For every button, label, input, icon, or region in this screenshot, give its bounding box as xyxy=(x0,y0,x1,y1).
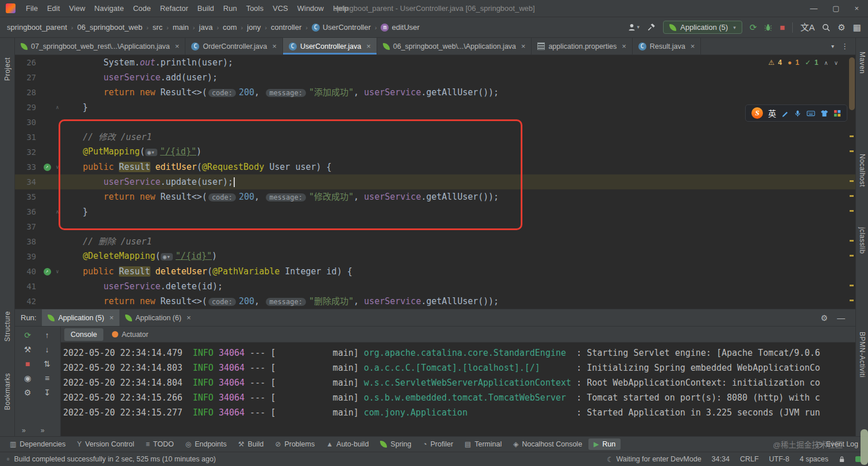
wrench-icon[interactable]: ⚒ xyxy=(24,345,32,354)
settings-gear-icon[interactable]: ⚙ xyxy=(24,389,32,397)
tool-button-structure[interactable]: Structure xyxy=(3,311,11,341)
debug-icon[interactable] xyxy=(764,24,772,32)
rerun-icon[interactable]: ⟳ xyxy=(24,331,31,339)
editor-tab-06-springboot-web-application-java[interactable]: 06_springboot_web\...\Application.java× xyxy=(377,38,532,55)
line-number[interactable]: 28 xyxy=(15,85,41,100)
menu-tools[interactable]: Tools xyxy=(242,2,268,14)
line-number[interactable]: 41 xyxy=(15,279,41,294)
tool-button-terminal[interactable]: ▤Terminal xyxy=(459,438,507,450)
typos-indicator[interactable]: ● 1 xyxy=(788,59,799,67)
tool-button-problems[interactable]: ⊘Problems xyxy=(270,438,320,450)
gutter-icon-cell[interactable]: ↗ xyxy=(41,164,53,171)
line-number[interactable]: 33 xyxy=(15,160,41,174)
fold-marker[interactable]: ∨ xyxy=(53,160,62,174)
soft-wrap-icon[interactable]: ⇅ xyxy=(44,360,51,368)
tool-button-auto-build[interactable]: ▲Auto-build xyxy=(321,438,374,450)
spring-mapping-icon[interactable]: ↗ xyxy=(44,268,51,275)
breadcrumb-item-com[interactable]: com xyxy=(223,23,237,32)
stop-icon[interactable]: ■ xyxy=(25,360,30,368)
toolbar-more-icons[interactable]: »» xyxy=(22,426,44,434)
editor-tab-result-java[interactable]: CResult.java× xyxy=(633,38,701,55)
menu-build[interactable]: Build xyxy=(193,2,219,14)
close-tab-icon[interactable]: × xyxy=(521,42,526,51)
spring-mapping-icon[interactable]: ↗ xyxy=(44,164,51,171)
sogou-logo-icon[interactable]: S xyxy=(751,107,763,119)
line-number[interactable]: 34 xyxy=(15,174,41,189)
line-number[interactable]: 35 xyxy=(15,189,41,204)
breadcrumb-item-src[interactable]: src xyxy=(153,23,162,32)
breadcrumb-item-springboot-parent[interactable]: springboot_parent xyxy=(7,23,67,32)
code-line-26[interactable]: 26 System.out.println(user); xyxy=(15,55,855,70)
code-line-35[interactable]: 35 return new Result<>(code:200, message… xyxy=(15,189,855,204)
menu-window[interactable]: Window xyxy=(293,2,328,14)
code-line-30[interactable]: 30 xyxy=(15,115,855,130)
scroll-end-icon[interactable]: ↧ xyxy=(44,389,51,397)
tool-button-todo[interactable]: ≡TODO xyxy=(141,438,179,450)
prev-issue-icon[interactable]: ∧ xyxy=(824,60,828,66)
code-line-32[interactable]: 32 @PutMapping(◉▾"/{id}") xyxy=(15,145,855,160)
more-icon[interactable]: » xyxy=(22,426,26,434)
tool-button-spring[interactable]: Spring xyxy=(375,438,416,450)
tool-button-bpmn-activiti[interactable]: BPMN-Activiti xyxy=(858,332,866,378)
menu-file[interactable]: File xyxy=(21,2,42,14)
fold-marker[interactable]: ∨ xyxy=(53,264,62,279)
console-output[interactable]: 2022-05-20 22:34:14.479 INFO 34064 --- [… xyxy=(61,343,855,436)
menu-view[interactable]: View xyxy=(64,2,90,14)
line-separator[interactable]: CRLF xyxy=(740,455,759,463)
ime-keyboard-icon[interactable] xyxy=(807,110,815,117)
caret-position[interactable]: 34:34 xyxy=(712,455,730,463)
ime-toolbar[interactable]: S 英 xyxy=(745,104,847,122)
up-stack-icon[interactable]: ↑ xyxy=(45,331,49,339)
run-settings-gear-icon[interactable]: ⚙ xyxy=(820,313,828,323)
line-number[interactable]: 40 xyxy=(15,264,41,279)
line-number[interactable]: 26 xyxy=(15,55,41,70)
line-number[interactable]: 39 xyxy=(15,249,41,264)
editor-tab-ordercontroller-java[interactable]: COrderController.java× xyxy=(185,38,282,55)
tool-button-bookmarks[interactable]: Bookmarks xyxy=(3,373,11,410)
indent-config[interactable]: 4 spaces xyxy=(800,455,828,463)
screenshot-icon[interactable]: ◉ xyxy=(24,374,31,382)
close-button[interactable]: × xyxy=(854,4,859,13)
tool-button-version-control[interactable]: YVersion Control xyxy=(72,438,139,450)
stop-application-icon[interactable]: ■ xyxy=(780,23,785,32)
code-line-33[interactable]: 33↗∨ public Result editUser(@RequestBody… xyxy=(15,160,855,174)
editor-tab-usercontroller-java[interactable]: CUserController.java× xyxy=(283,38,377,55)
breadcrumb-item-06-springboot-web[interactable]: 06_springboot_web xyxy=(77,23,142,32)
user-avatar-icon[interactable]: ▾ xyxy=(627,23,640,32)
console-tab-console[interactable]: Console xyxy=(64,328,103,341)
tool-button-dependencies[interactable]: ▥Dependencies xyxy=(5,438,71,450)
ime-language-indicator[interactable]: 英 xyxy=(768,107,776,119)
tool-button-jclasslib[interactable]: jclasslib xyxy=(858,227,866,254)
line-number[interactable]: 27 xyxy=(15,70,41,85)
line-number[interactable]: 31 xyxy=(15,130,41,145)
breadcrumb-item-jony[interactable]: jony xyxy=(247,23,261,32)
tool-button-build[interactable]: ⚒Build xyxy=(233,438,269,450)
line-number[interactable]: 36 xyxy=(15,204,41,219)
breadcrumb-item-edituser[interactable]: meditUser xyxy=(381,23,419,32)
hidden-tabs-dropdown-icon[interactable]: ▾ xyxy=(831,43,834,49)
breadcrumb-item-java[interactable]: java xyxy=(199,23,213,32)
lock-icon[interactable] xyxy=(839,456,845,463)
tool-button-maven[interactable]: Maven xyxy=(858,52,866,74)
tool-button-nocalhost[interactable]: Nocalhost xyxy=(858,154,866,187)
code-line-42[interactable]: 42 return new Result<>(code:200, message… xyxy=(15,294,855,309)
editor-scrollbar-thumb[interactable] xyxy=(849,57,855,110)
minimize-button[interactable]: — xyxy=(810,4,817,13)
line-number[interactable]: 32 xyxy=(15,145,41,160)
run-tab-application-6[interactable]: Application (6)× xyxy=(119,309,197,326)
code-line-38[interactable]: 38 // 删除 /user1 xyxy=(15,234,855,249)
code-line-36[interactable]: 36∧ } xyxy=(15,204,855,219)
passed-indicator[interactable]: ✓ 1 xyxy=(805,59,818,67)
hide-panel-icon[interactable]: — xyxy=(837,313,845,323)
menu-vcs[interactable]: VCS xyxy=(268,2,293,14)
close-tab-icon[interactable]: × xyxy=(187,313,191,322)
code-editor[interactable]: 26 System.out.println(user);27 userServi… xyxy=(15,55,855,309)
close-tab-icon[interactable]: × xyxy=(109,313,114,322)
fold-marker[interactable]: ∧ xyxy=(53,100,62,115)
ime-mic-icon[interactable] xyxy=(794,110,801,117)
editor-tab-07-springboot-web-rest-application-java[interactable]: 07_springboot_web_rest\...\Application.j… xyxy=(15,38,185,55)
plugins-grid-icon[interactable]: ▦ xyxy=(853,23,861,32)
code-line-29[interactable]: 29∧ } xyxy=(15,100,855,115)
code-line-40[interactable]: 40↗∨ public Result deleteUser(@PathVaria… xyxy=(15,264,855,279)
code-line-31[interactable]: 31 // 修改 /user1 xyxy=(15,130,855,145)
